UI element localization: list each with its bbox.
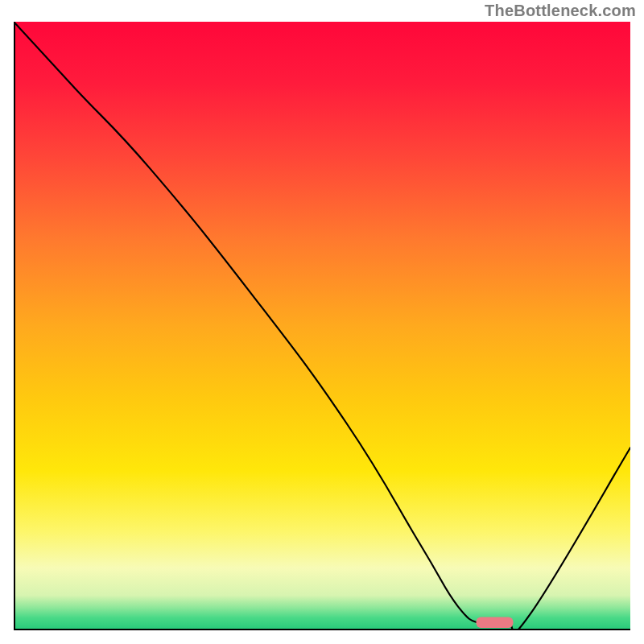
- optimal-marker: [477, 617, 514, 628]
- chart-container: TheBottleneck.com: [0, 0, 644, 644]
- watermark-text: TheBottleneck.com: [485, 2, 636, 20]
- plot-background: [15, 22, 630, 629]
- bottleneck-chart: [14, 22, 630, 630]
